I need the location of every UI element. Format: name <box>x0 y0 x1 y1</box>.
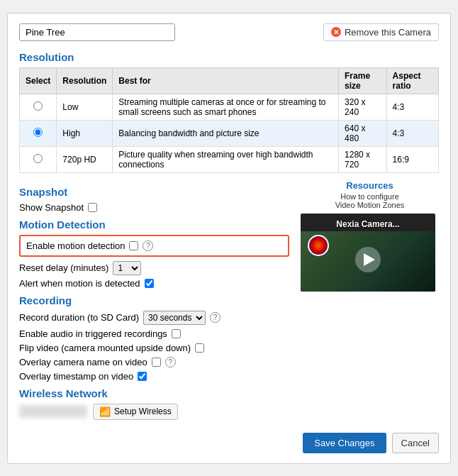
reset-delay-select[interactable]: 1 2 3 5 10 <box>113 261 141 275</box>
setup-wireless-button[interactable]: 📶 Setup Wireless <box>93 404 178 420</box>
motion-detection-section-title: Motion Detection <box>19 218 289 231</box>
video-thumbnail[interactable]: Nexia Camera... <box>301 214 435 292</box>
frame-size-cell: 1280 x 720 <box>339 146 387 172</box>
resources-panel: Resources How to configureVideo Motion Z… <box>301 180 439 420</box>
radio-cell[interactable] <box>20 94 57 120</box>
ssid-display: hidden <box>19 405 87 418</box>
cancel-button[interactable]: Cancel <box>392 433 439 453</box>
nexia-logo <box>308 235 329 256</box>
col-best-for: Best for <box>113 67 339 94</box>
resolution-radio-0[interactable] <box>33 101 43 111</box>
frame-size-cell: 640 x 480 <box>339 120 387 146</box>
snapshot-row: Show Snapshot <box>19 202 289 213</box>
resources-title: Resources <box>301 180 439 191</box>
enable-motion-checkbox[interactable] <box>129 241 138 250</box>
enable-audio-label: Enable audio in triggered recordings <box>19 328 167 339</box>
save-changes-button[interactable]: Save Changes <box>303 433 386 453</box>
radio-cell[interactable] <box>20 146 57 172</box>
record-duration-select[interactable]: 5 seconds 10 seconds 15 seconds 30 secon… <box>143 311 206 325</box>
recording-section-title: Recording <box>19 294 289 306</box>
col-aspect-ratio: Aspect ratio <box>386 67 438 94</box>
resources-content: Resources How to configureVideo Motion Z… <box>301 180 439 292</box>
remove-icon: ✕ <box>331 27 341 37</box>
video-title-overlay: Nexia Camera... <box>301 219 435 229</box>
record-duration-label: Record duration (to SD Card) <box>19 312 139 323</box>
wifi-icon: 📶 <box>99 406 111 417</box>
overlay-name-checkbox[interactable] <box>152 358 161 367</box>
overlay-timestamp-checkbox[interactable] <box>138 372 147 381</box>
table-row: High Balancing bandwidth and picture siz… <box>20 120 439 146</box>
best-for-cell: Streaming multiple cameras at once or fo… <box>113 94 339 120</box>
record-duration-help-icon[interactable]: ? <box>210 312 220 323</box>
video-title-text: Nexia Camera... <box>336 219 399 229</box>
footer-row: Save Changes Cancel <box>19 433 439 453</box>
show-snapshot-label: Show Snapshot <box>19 202 84 213</box>
play-button[interactable] <box>355 247 381 272</box>
resolution-name-cell: High <box>57 120 113 146</box>
aspect-ratio-cell: 16:9 <box>386 146 438 172</box>
reset-delay-label: Reset delay (minutes) <box>19 262 108 273</box>
best-for-cell: Picture quality when streaming over high… <box>113 146 339 172</box>
resolution-section-title: Resolution <box>19 51 439 63</box>
remove-button-label: Remove this Camera <box>345 27 431 38</box>
resolution-radio-2[interactable] <box>33 154 43 163</box>
alert-motion-label: Alert when motion is detected <box>19 278 140 289</box>
alert-motion-checkbox[interactable] <box>145 279 154 288</box>
table-row: 720p HD Picture quality when streaming o… <box>20 146 439 172</box>
best-for-cell: Balancing bandwidth and picture size <box>113 120 339 146</box>
col-select: Select <box>20 67 57 94</box>
show-snapshot-checkbox[interactable] <box>88 203 97 212</box>
reset-delay-row: Reset delay (minutes) 1 2 3 5 10 <box>19 261 289 275</box>
aspect-ratio-cell: 4:3 <box>386 94 438 120</box>
header-row: ✕ Remove this Camera <box>19 23 439 41</box>
overlay-name-label: Overlay camera name on video <box>19 357 147 367</box>
resources-subtitle: How to configureVideo Motion Zones <box>301 192 439 209</box>
overlay-timestamp-row: Overlay timestamp on video <box>19 371 289 382</box>
left-column: Snapshot Show Snapshot Motion Detection … <box>19 180 289 420</box>
alert-motion-row: Alert when motion is detected <box>19 278 289 289</box>
aspect-ratio-cell: 4:3 <box>386 120 438 146</box>
enable-motion-row: Enable motion detection ? <box>26 240 282 251</box>
overlay-name-row: Overlay camera name on video ? <box>19 357 289 367</box>
enable-audio-checkbox[interactable] <box>172 329 181 338</box>
lower-layout: Snapshot Show Snapshot Motion Detection … <box>19 180 439 420</box>
play-triangle-icon <box>364 253 375 266</box>
col-frame-size: Frame size <box>339 67 387 94</box>
resolution-radio-1[interactable] <box>33 128 43 137</box>
enable-motion-label: Enable motion detection <box>26 240 125 251</box>
frame-size-cell: 320 x 240 <box>339 94 387 120</box>
remove-camera-button[interactable]: ✕ Remove this Camera <box>323 23 439 41</box>
wireless-row: hidden 📶 Setup Wireless <box>19 404 289 420</box>
resolution-name-cell: Low <box>57 94 113 120</box>
overlay-name-help-icon[interactable]: ? <box>165 357 176 367</box>
camera-name-input[interactable] <box>19 23 175 41</box>
setup-wireless-label: Setup Wireless <box>114 406 172 416</box>
wireless-section-title: Wireless Network <box>19 387 289 399</box>
table-row: Low Streaming multiple cameras at once o… <box>20 94 439 120</box>
motion-detection-box: Enable motion detection ? <box>19 235 289 257</box>
resolution-table: Select Resolution Best for Frame size As… <box>19 67 439 173</box>
enable-audio-row: Enable audio in triggered recordings <box>19 328 289 339</box>
col-resolution: Resolution <box>57 67 113 94</box>
flip-video-checkbox[interactable] <box>195 343 204 353</box>
flip-video-row: Flip video (camera mounted upside down) <box>19 343 289 353</box>
resolution-name-cell: 720p HD <box>57 146 113 172</box>
record-duration-row: Record duration (to SD Card) 5 seconds 1… <box>19 311 289 325</box>
enable-motion-help-icon[interactable]: ? <box>143 240 153 251</box>
radio-cell[interactable] <box>20 120 57 146</box>
overlay-timestamp-label: Overlay timestamp on video <box>19 371 133 382</box>
settings-panel: ✕ Remove this Camera Resolution Select R… <box>7 13 451 464</box>
flip-video-label: Flip video (camera mounted upside down) <box>19 343 191 353</box>
snapshot-section-title: Snapshot <box>19 186 289 198</box>
